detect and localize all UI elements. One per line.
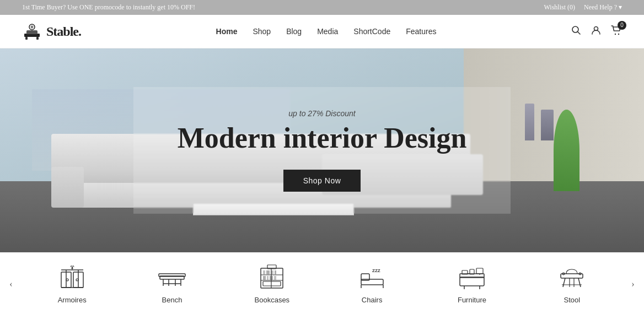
nav-features[interactable]: Features xyxy=(406,27,436,36)
cart-badge: 0 xyxy=(618,21,626,30)
stool-label: Stool xyxy=(564,296,580,304)
category-furniture[interactable]: Furniture xyxy=(444,264,500,304)
bench-icon xyxy=(155,264,189,291)
help-link[interactable]: Need Help ? ▾ xyxy=(584,3,622,12)
nav-media[interactable]: Media xyxy=(317,27,338,36)
svg-rect-26 xyxy=(159,274,185,277)
svg-rect-34 xyxy=(263,270,265,274)
furniture-label: Furniture xyxy=(458,296,486,304)
categories-list: Armoires Bench xyxy=(22,264,622,304)
svg-rect-33 xyxy=(274,276,276,280)
svg-line-57 xyxy=(563,278,565,287)
armoire-icon xyxy=(56,264,89,291)
cart-button[interactable]: 0 xyxy=(611,25,622,38)
search-icon xyxy=(571,25,581,35)
vase-1 xyxy=(541,110,554,140)
armoire-label: Armoires xyxy=(58,296,87,304)
nav-blog[interactable]: Blog xyxy=(286,27,302,36)
svg-line-58 xyxy=(578,278,581,287)
chevron-down-icon: ▾ xyxy=(619,3,622,11)
wishlist-link[interactable]: Wishlist (0) xyxy=(544,3,576,12)
chair-label: Chairs xyxy=(362,296,383,304)
shop-now-button[interactable]: Shop Now xyxy=(283,170,361,192)
prev-category-button[interactable]: ‹ xyxy=(0,279,22,289)
svg-rect-2 xyxy=(25,37,28,40)
nav-shop[interactable]: Shop xyxy=(253,27,271,36)
category-armoires[interactable]: Armoires xyxy=(45,264,100,304)
bookcase-icon xyxy=(255,264,288,291)
svg-rect-47 xyxy=(460,277,484,286)
svg-rect-3 xyxy=(36,37,39,40)
sofa-arm-left xyxy=(51,167,83,208)
next-category-button[interactable]: › xyxy=(622,279,644,289)
logo-icon xyxy=(22,21,42,41)
bench-label: Bench xyxy=(162,296,183,304)
svg-point-18 xyxy=(71,268,73,269)
category-bench[interactable]: Bench xyxy=(144,264,200,304)
stool-icon xyxy=(555,264,588,291)
svg-rect-35 xyxy=(266,270,270,274)
category-bookcases[interactable]: Bookcases xyxy=(244,264,299,304)
nav-shortcode[interactable]: ShortCode xyxy=(353,27,390,36)
top-bar: 1st Time Buyer? Use ONE promocode to ins… xyxy=(0,0,644,15)
user-icon xyxy=(591,25,601,35)
svg-line-6 xyxy=(577,31,580,34)
chair-icon: ZZZ xyxy=(356,264,389,291)
promo-text: 1st Time Buyer? Use ONE promocode to ins… xyxy=(22,3,195,12)
svg-rect-37 xyxy=(275,270,276,274)
category-chairs[interactable]: ZZZ Chairs xyxy=(345,264,400,304)
hero-subtitle: up to 27% Discount xyxy=(178,109,467,118)
category-row: ‹ xyxy=(0,252,644,309)
vase-2 xyxy=(525,104,535,140)
hero-section: up to 27% Discount Modern interior Desig… xyxy=(0,48,644,252)
header-icons: 0 xyxy=(571,25,622,38)
bookcase-label: Bookcases xyxy=(255,296,290,304)
svg-point-9 xyxy=(618,33,619,34)
category-stool[interactable]: Stool xyxy=(544,264,599,304)
svg-rect-38 xyxy=(263,281,281,286)
hero-title: Modern interior Design xyxy=(178,122,467,154)
plant xyxy=(554,110,579,191)
header: Stable. Home Shop Blog Media ShortCode F… xyxy=(0,15,644,48)
svg-rect-31 xyxy=(267,276,269,280)
svg-rect-1 xyxy=(26,30,37,34)
svg-text:ZZZ: ZZZ xyxy=(372,268,380,273)
svg-point-8 xyxy=(615,33,616,34)
logo[interactable]: Stable. xyxy=(22,21,81,41)
svg-point-16 xyxy=(66,279,68,281)
logo-text: Stable. xyxy=(46,24,81,39)
nav-home[interactable]: Home xyxy=(216,27,238,36)
hero-overlay: up to 27% Discount Modern interior Desig… xyxy=(133,87,511,213)
svg-rect-30 xyxy=(263,276,266,280)
user-button[interactable] xyxy=(591,25,601,38)
main-nav: Home Shop Blog Media ShortCode Features xyxy=(216,27,437,36)
svg-rect-54 xyxy=(476,268,483,274)
top-bar-right: Wishlist (0) Need Help ? ▾ xyxy=(544,3,622,12)
search-button[interactable] xyxy=(571,25,581,38)
furniture-icon xyxy=(455,264,489,291)
